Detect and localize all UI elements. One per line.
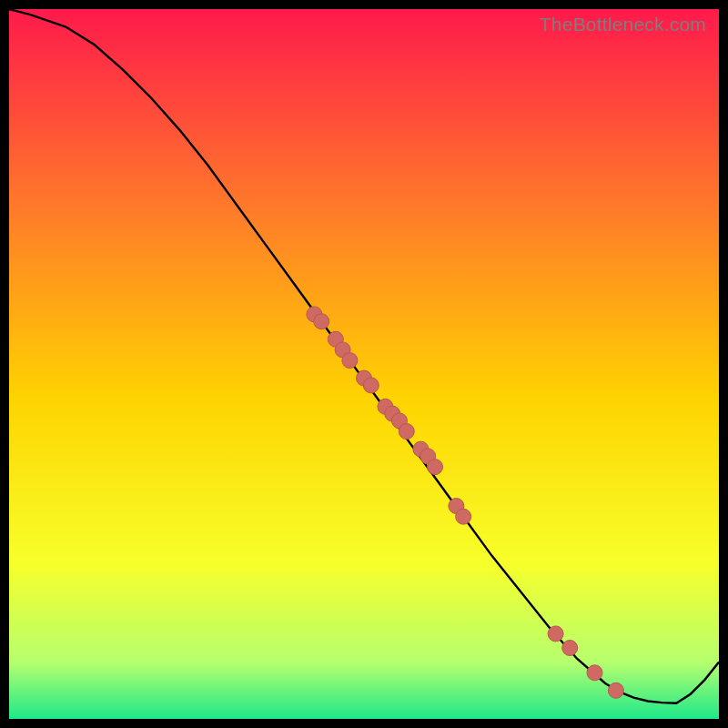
gradient-background — [9, 9, 719, 719]
chart-frame: TheBottleneck.com — [9, 9, 719, 719]
data-marker — [314, 314, 329, 329]
data-marker — [562, 641, 578, 656]
data-marker — [399, 424, 414, 440]
chart-svg — [9, 9, 719, 719]
data-marker — [342, 353, 358, 369]
data-marker — [363, 378, 379, 393]
data-marker — [548, 626, 563, 642]
data-marker — [608, 682, 623, 698]
data-marker — [456, 509, 471, 524]
watermark-text: TheBottleneck.com — [540, 14, 706, 35]
data-marker — [428, 460, 443, 475]
data-marker — [587, 665, 602, 681]
